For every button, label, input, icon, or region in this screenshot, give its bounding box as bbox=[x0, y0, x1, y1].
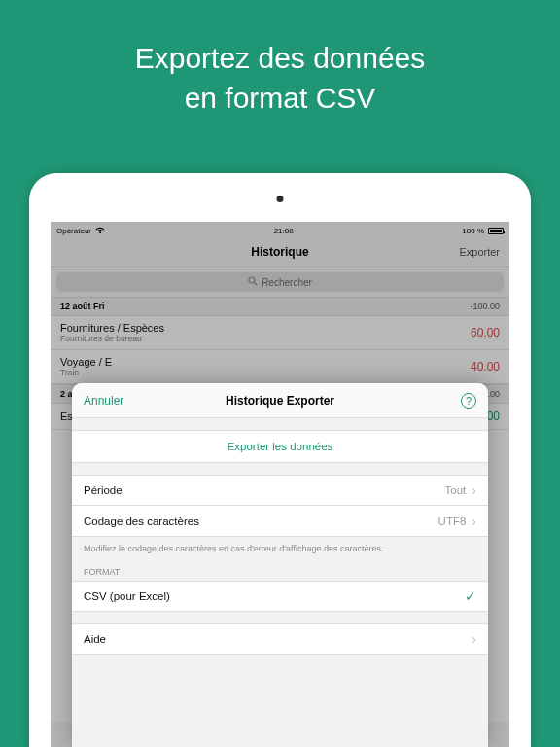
export-data-button[interactable]: Exporter les données bbox=[72, 430, 488, 463]
nav-title: Historique bbox=[251, 245, 308, 259]
clock: 21:08 bbox=[274, 227, 294, 235]
help-icon[interactable]: ? bbox=[461, 393, 476, 409]
svg-line-1 bbox=[255, 283, 258, 286]
format-section-label: FORMAT bbox=[72, 553, 488, 581]
checkmark-icon: ✓ bbox=[465, 588, 476, 604]
status-bar: Opérateur 21:08 100 % bbox=[51, 222, 509, 236]
search-field[interactable]: Rechercher bbox=[56, 272, 504, 292]
help-cell[interactable]: Aide › bbox=[72, 623, 488, 655]
row-title: Voyage / E bbox=[60, 356, 112, 368]
chevron-right-icon: › bbox=[472, 514, 476, 529]
carrier-label: Opérateur bbox=[56, 227, 91, 235]
modal-title: Historique Exporter bbox=[226, 394, 334, 408]
tablet-camera bbox=[277, 196, 284, 202]
row-title: Fournitures / Espèces bbox=[60, 322, 164, 334]
list-section-header: 12 août Fri -100.00 bbox=[51, 297, 509, 316]
list-item[interactable]: Fournitures / Espèces Fournitures de bur… bbox=[51, 316, 509, 350]
wifi-icon bbox=[95, 227, 105, 236]
chevron-right-icon: › bbox=[472, 482, 476, 498]
period-label: Période bbox=[84, 484, 122, 496]
encoding-value: UTF8 bbox=[438, 516, 467, 527]
format-csv-label: CSV (pour Excel) bbox=[84, 590, 170, 602]
promo-headline: Exportez des données en format CSV bbox=[0, 0, 560, 118]
nav-bar: Historique Exporter bbox=[51, 236, 509, 267]
export-modal: Annuler Historique Exporter ? Exporter l… bbox=[72, 383, 488, 747]
row-amount: 40.00 bbox=[471, 360, 500, 374]
tablet-frame: Opérateur 21:08 100 % Historique Exporte… bbox=[29, 173, 531, 747]
search-placeholder: Rechercher bbox=[262, 277, 312, 288]
period-cell[interactable]: Période Tout › bbox=[72, 475, 488, 506]
promo-line2: en format CSV bbox=[0, 79, 560, 119]
battery-icon bbox=[488, 228, 504, 234]
format-csv-cell[interactable]: CSV (pour Excel) ✓ bbox=[72, 581, 488, 612]
period-value: Tout bbox=[445, 484, 467, 496]
svg-point-0 bbox=[249, 277, 255, 283]
tablet-screen: Opérateur 21:08 100 % Historique Exporte… bbox=[51, 222, 509, 747]
encoding-note: Modifiez le codage des caractères en cas… bbox=[72, 537, 488, 553]
promo-backdrop: Exportez des données en format CSV Opéra… bbox=[0, 0, 560, 747]
battery-percent: 100 % bbox=[462, 227, 484, 235]
promo-line1: Exportez des données bbox=[0, 39, 560, 79]
encoding-label: Codage des caractères bbox=[84, 516, 199, 527]
search-icon bbox=[248, 276, 258, 288]
row-subtitle: Fournitures de bureau bbox=[60, 334, 164, 343]
row-subtitle: Train bbox=[60, 368, 112, 377]
cancel-button[interactable]: Annuler bbox=[84, 394, 123, 408]
row-amount: 60.00 bbox=[471, 326, 500, 339]
export-data-label: Exporter les données bbox=[228, 441, 333, 452]
section-amount: -100.00 bbox=[470, 302, 500, 311]
section-date: 12 août Fri bbox=[60, 302, 105, 311]
encoding-cell[interactable]: Codage des caractères UTF8 › bbox=[72, 506, 488, 537]
list-item[interactable]: Voyage / E Train 40.00 bbox=[51, 350, 509, 384]
export-button[interactable]: Exporter bbox=[459, 246, 500, 258]
chevron-right-icon: › bbox=[472, 631, 476, 647]
help-label: Aide bbox=[84, 633, 106, 645]
modal-nav: Annuler Historique Exporter ? bbox=[72, 383, 488, 418]
